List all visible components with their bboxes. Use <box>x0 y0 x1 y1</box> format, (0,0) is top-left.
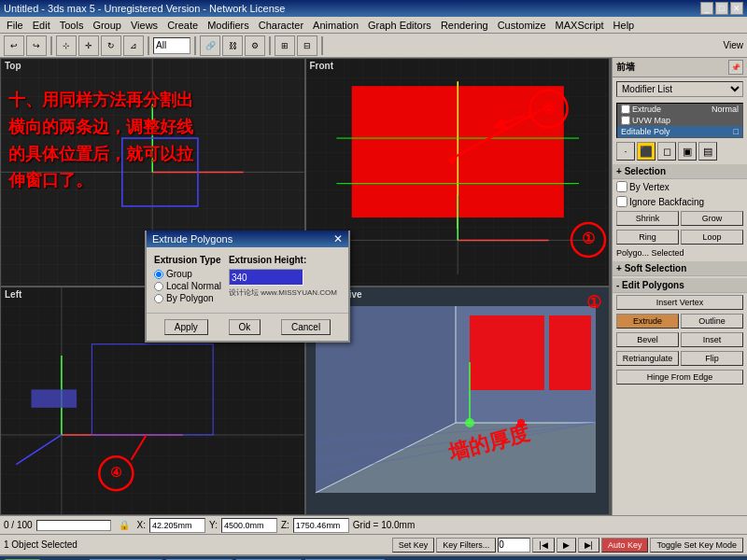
scale-btn[interactable]: ⊿ <box>123 35 144 56</box>
modifier-list-dropdown[interactable]: Modifier List <box>616 81 743 97</box>
ignore-backfacing-row: Ignore Backfacing <box>613 194 747 209</box>
viewport-top-label: Top <box>5 61 21 71</box>
menu-group[interactable]: Group <box>88 19 126 32</box>
unlink-btn[interactable]: ⛓ <box>222 35 243 56</box>
element-mode-btn[interactable]: ▤ <box>698 142 717 161</box>
extrude-checkbox[interactable] <box>621 105 630 114</box>
key-filters-btn[interactable]: Key Filters... <box>436 538 496 553</box>
loop-btn[interactable]: Loop <box>681 230 743 245</box>
stack-item-uvwmap[interactable]: UVW Map <box>617 115 742 126</box>
shrink-btn[interactable]: Shrink <box>616 211 679 226</box>
inset-btn[interactable]: Inset <box>681 332 743 347</box>
apply-btn[interactable]: Apply <box>164 319 208 335</box>
ring-btn[interactable]: Ring <box>616 230 679 245</box>
move-btn[interactable]: ✛ <box>78 35 99 56</box>
selection-filter[interactable] <box>153 37 190 54</box>
redo-btn[interactable]: ↪ <box>26 35 47 56</box>
menu-edit[interactable]: Edit <box>28 19 55 32</box>
height-input[interactable] <box>229 269 303 286</box>
progress-bar <box>36 520 111 531</box>
edge-mode-btn[interactable]: ⬛ <box>637 142 655 161</box>
rotate-btn[interactable]: ↻ <box>101 35 121 56</box>
outline-btn[interactable]: Outline <box>681 314 743 329</box>
coordinate-display: X: Y: Z: Grid = 10.0mm <box>137 518 416 533</box>
uvwmap-checkbox[interactable] <box>621 116 630 125</box>
radio-group-option[interactable] <box>154 270 163 279</box>
circle-1-annotation: ① <box>586 292 601 313</box>
menu-tools[interactable]: Tools <box>55 19 89 32</box>
hinge-from-edge-btn[interactable]: Hinge From Edge <box>616 370 743 385</box>
group-label: Group <box>166 269 192 279</box>
menu-views[interactable]: Views <box>126 19 162 32</box>
menu-file[interactable]: File <box>2 19 28 32</box>
insert-vertex-btn[interactable]: Insert Vertex <box>616 295 743 310</box>
extrude-poly-btn[interactable]: Extrude <box>616 314 679 329</box>
close-btn[interactable]: ✕ <box>730 2 743 15</box>
prev-frame-btn[interactable]: |◀ <box>532 538 554 553</box>
menu-animation[interactable]: Animation <box>308 19 363 32</box>
x-coord-input[interactable] <box>149 518 205 533</box>
viewport-front[interactable]: Front <box>305 58 611 287</box>
shrink-grow-row: Shrink Grow <box>613 209 747 228</box>
toggle-set-key-btn[interactable]: Toggle Set Key Mode <box>650 538 743 553</box>
hinge-from-edge-row: Hinge From Edge <box>613 368 747 386</box>
flip-btn[interactable]: Flip <box>681 351 743 366</box>
border-mode-btn[interactable]: ◻ <box>657 142 676 161</box>
editable-poly-label: Editable Poly <box>621 127 670 136</box>
pin-btn[interactable]: 📌 <box>728 60 743 75</box>
stack-item-extrude[interactable]: Extrude Normal <box>617 104 742 115</box>
svg-point-43 <box>465 418 474 427</box>
status-bar: 0 / 100 🔒 X: Y: Z: Grid = 10.0mm <box>0 515 747 534</box>
radio-polygon-option[interactable] <box>154 294 163 303</box>
svg-text:④: ④ <box>110 465 122 480</box>
stack-item-editable-poly[interactable]: Editable Poly □ <box>617 126 742 137</box>
dialog-footer: Apply Ok Cancel <box>147 313 348 341</box>
time-input[interactable] <box>498 538 530 553</box>
play-btn[interactable]: ▶ <box>557 538 576 553</box>
polygon-selected-text: Polygo... Selected <box>616 248 684 258</box>
ignore-backfacing-checkbox[interactable] <box>616 196 627 207</box>
menu-graph-editors[interactable]: Graph Editors <box>363 19 436 32</box>
ignore-backfacing-label: Ignore Backfacing <box>629 197 704 207</box>
menu-character[interactable]: Character <box>254 19 308 32</box>
maximize-btn[interactable]: □ <box>715 2 728 15</box>
extrusion-type-section: Extrusion Type Group Local Normal By Pol… <box>154 255 221 305</box>
extrusion-type-label: Extrusion Type <box>154 255 221 265</box>
z-coord-input[interactable] <box>293 518 349 533</box>
dialog-close-btn[interactable]: ✕ <box>333 232 343 245</box>
y-coord-input[interactable] <box>221 518 277 533</box>
align-btn[interactable]: ⊟ <box>297 35 317 56</box>
ok-btn[interactable]: Ok <box>229 319 261 335</box>
status-text: 1 Object Selected <box>4 539 390 550</box>
chinese-instructions: 十、用同样方法再分割出 横向的两条边，调整好线 的具体位置后，就可以拉 伸窗口了… <box>8 87 193 194</box>
menu-help[interactable]: Help <box>609 19 640 32</box>
link-btn[interactable]: 🔗 <box>200 35 220 56</box>
viewport-perspective[interactable]: Perspective <box>305 287 611 515</box>
menu-rendering[interactable]: Rendering <box>436 19 493 32</box>
polygon-mode-btn[interactable]: ▣ <box>678 142 697 161</box>
by-vertex-checkbox[interactable] <box>616 181 627 192</box>
grow-btn[interactable]: Grow <box>681 211 743 226</box>
svg-text:②: ② <box>542 100 555 116</box>
bevel-btn[interactable]: Bevel <box>616 332 679 347</box>
right-panel: 前墙 📌 Modifier List Extrude Normal UVW Ma… <box>612 58 747 515</box>
cancel-btn[interactable]: Cancel <box>281 319 331 335</box>
mirror-btn[interactable]: ⊞ <box>275 35 295 56</box>
set-key-btn[interactable]: Set Key <box>392 538 435 553</box>
next-frame-btn[interactable]: ▶| <box>578 538 599 553</box>
radio-local-option[interactable] <box>154 282 163 291</box>
retriangulate-btn[interactable]: Retriangulate <box>616 351 679 366</box>
minimize-btn[interactable]: _ <box>700 2 713 15</box>
vertex-mode-btn[interactable]: · <box>616 142 635 161</box>
undo-btn[interactable]: ↩ <box>4 35 24 56</box>
grid-label: Grid = 10.0mm <box>353 520 415 530</box>
toolbar-separator-2 <box>148 36 149 55</box>
menu-customize[interactable]: Customize <box>493 19 551 32</box>
menu-create[interactable]: Create <box>162 19 203 32</box>
panel-header: 前墙 📌 <box>613 58 747 77</box>
menu-maxscript[interactable]: MAXScript <box>551 19 609 32</box>
auto-key-btn[interactable]: Auto Key <box>601 538 649 553</box>
menu-modifiers[interactable]: Modifiers <box>203 19 254 32</box>
bind-btn[interactable]: ⚙ <box>245 35 265 56</box>
select-btn[interactable]: ⊹ <box>56 35 77 56</box>
